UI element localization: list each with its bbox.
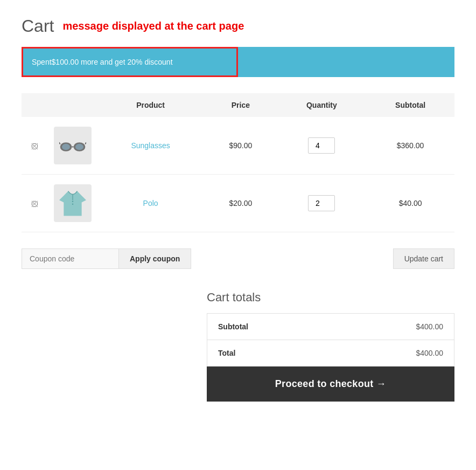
remove-button-polo[interactable]: ⦻ xyxy=(30,198,40,209)
col-product: Product xyxy=(97,93,204,117)
page-title: Cart xyxy=(22,16,54,36)
apply-coupon-button[interactable]: Apply coupon xyxy=(118,248,191,269)
col-subtotal: Subtotal xyxy=(366,93,454,117)
product-link-sunglasses[interactable]: Sunglasses xyxy=(131,141,170,150)
subtotal-label: Subtotal xyxy=(218,322,248,331)
cart-totals-box: Subtotal $400.00 Total $400.00 xyxy=(207,313,454,367)
col-quantity: Quantity xyxy=(277,93,367,117)
subtotal-row: Subtotal $400.00 xyxy=(207,314,454,340)
page-header: Cart message displayed at the cart page xyxy=(22,16,454,36)
cart-totals-section: Cart totals Subtotal $400.00 Total $400.… xyxy=(22,291,454,402)
coupon-left: Apply coupon xyxy=(22,248,191,269)
product-link-polo[interactable]: Polo xyxy=(143,199,158,208)
col-remove xyxy=(22,93,48,117)
subtotal-cell-polo: $40.00 xyxy=(366,175,454,232)
price-cell-polo: $20.00 xyxy=(204,175,277,232)
total-row: Total $400.00 xyxy=(207,340,454,366)
image-cell-polo xyxy=(48,175,97,232)
subtotal-value: $400.00 xyxy=(416,322,443,331)
price-cell-sunglasses: $90.00 xyxy=(204,117,277,175)
header-message: message displayed at the cart page xyxy=(62,20,244,32)
cart-table: Product Price Quantity Subtotal ⦻ xyxy=(22,93,454,232)
col-price: Price xyxy=(204,93,277,117)
svg-point-2 xyxy=(62,144,70,150)
progress-bar-filled: Spent$100.00 more and get 20% discount xyxy=(22,47,238,77)
quantity-cell-sunglasses xyxy=(277,117,367,175)
quantity-cell-polo xyxy=(277,175,367,232)
table-header-row: Product Price Quantity Subtotal xyxy=(22,93,454,117)
svg-line-5 xyxy=(59,142,60,144)
product-name-cell-sunglasses: Sunglasses xyxy=(97,117,204,175)
table-row: ⦻ Polo $20.00 $40.00 xyxy=(22,175,454,232)
svg-line-6 xyxy=(85,142,86,144)
product-name-cell-polo: Polo xyxy=(97,175,204,232)
product-image-polo xyxy=(54,184,92,222)
checkout-button[interactable]: Proceed to checkout → xyxy=(207,367,454,402)
product-image-sunglasses xyxy=(54,127,92,164)
total-label: Total xyxy=(218,349,235,357)
update-cart-button[interactable]: Update cart xyxy=(393,248,454,269)
remove-button-sunglasses[interactable]: ⦻ xyxy=(30,140,40,151)
col-image xyxy=(48,93,97,117)
remove-cell: ⦻ xyxy=(22,117,48,175)
subtotal-cell-sunglasses: $360.00 xyxy=(366,117,454,175)
table-row: ⦻ Sunglasses $90.00 $360.00 xyxy=(22,117,454,175)
remove-cell: ⦻ xyxy=(22,175,48,232)
svg-point-3 xyxy=(75,144,83,150)
cart-totals-title: Cart totals xyxy=(207,291,454,305)
image-cell-sunglasses xyxy=(48,117,97,175)
svg-point-9 xyxy=(72,203,74,205)
qty-input-sunglasses[interactable] xyxy=(308,137,335,154)
total-value: $400.00 xyxy=(416,349,443,357)
qty-input-polo[interactable] xyxy=(308,195,335,211)
progress-bar-text: Spent$100.00 more and get 20% discount xyxy=(32,58,173,66)
svg-point-8 xyxy=(72,201,74,202)
coupon-input[interactable] xyxy=(22,248,118,269)
coupon-row: Apply coupon Update cart xyxy=(22,243,454,274)
progress-bar: Spent$100.00 more and get 20% discount xyxy=(22,47,454,77)
